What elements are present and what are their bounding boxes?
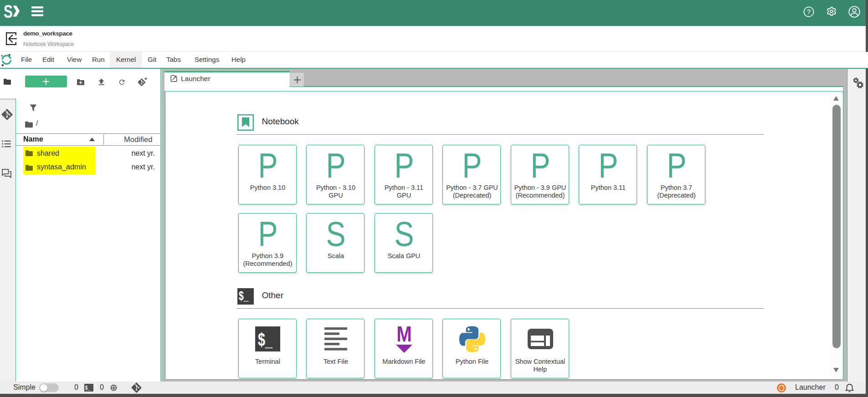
svg-text:S: S	[4, 4, 13, 21]
svg-text:M: M	[396, 325, 412, 346]
svg-text:?: ?	[807, 8, 811, 15]
